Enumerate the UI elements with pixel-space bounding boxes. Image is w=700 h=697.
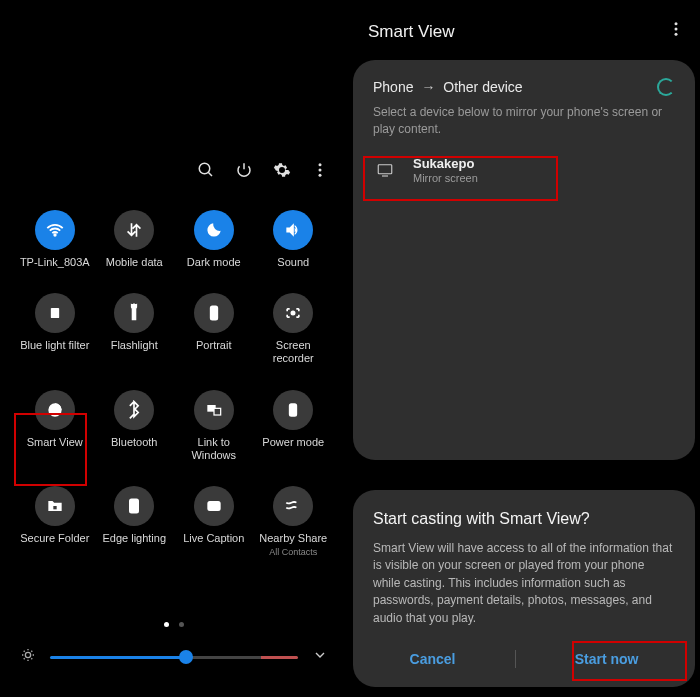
tile-label: Portrait xyxy=(196,339,231,352)
tile-label: Bluetooth xyxy=(111,436,157,449)
tile-label: Edge lighting xyxy=(102,532,166,545)
chevron-down-icon[interactable] xyxy=(312,647,328,667)
tile-portrait[interactable]: Portrait xyxy=(174,293,254,365)
svg-point-15 xyxy=(25,652,30,657)
highlight-start-now xyxy=(572,641,687,681)
smart-view-header: Smart View xyxy=(368,20,685,43)
source-label: Phone xyxy=(373,79,413,95)
svg-rect-5 xyxy=(51,308,59,318)
brightness-slider-row xyxy=(0,647,348,667)
page-dot-1[interactable] xyxy=(164,622,169,627)
tile-dark-mode[interactable]: Dark mode xyxy=(174,210,254,269)
loading-icon xyxy=(657,78,675,96)
svg-point-18 xyxy=(675,33,678,36)
overflow-icon[interactable] xyxy=(667,20,685,43)
tile-label: Blue light filter xyxy=(20,339,89,352)
smart-view-card: Phone → Other device Select a device bel… xyxy=(353,60,695,460)
svg-line-1 xyxy=(208,172,212,176)
brightness-icon xyxy=(20,647,36,667)
svg-point-2 xyxy=(319,163,322,166)
tile-sound[interactable]: Sound xyxy=(254,210,334,269)
tile-label: Sound xyxy=(277,256,309,269)
target-label: Other device xyxy=(443,79,522,95)
quick-settings-toolbar xyxy=(196,160,330,180)
tile-label: Mobile data xyxy=(106,256,163,269)
brightness-slider[interactable] xyxy=(50,656,298,659)
quick-settings-grid: TP-Link_803A Mobile data Dark mode Sound… xyxy=(15,210,333,558)
smart-view-panel: Smart View Phone → Other device Select a… xyxy=(348,0,700,697)
tile-label: Dark mode xyxy=(187,256,241,269)
svg-rect-10 xyxy=(214,408,221,415)
quick-settings-panel: TP-Link_803A Mobile data Dark mode Sound… xyxy=(0,0,348,697)
tile-label: Secure Folder xyxy=(20,532,89,545)
divider xyxy=(515,650,516,668)
tile-mobile-data[interactable]: Mobile data xyxy=(95,210,175,269)
svg-rect-14 xyxy=(208,502,220,510)
highlight-device xyxy=(363,156,558,201)
power-icon[interactable] xyxy=(234,160,254,180)
tile-link-windows[interactable]: Link to Windows xyxy=(174,390,254,462)
tile-live-caption[interactable]: Live Caption xyxy=(174,486,254,558)
svg-rect-12 xyxy=(53,506,56,509)
tile-label: Nearby ShareAll Contacts xyxy=(259,532,327,558)
page-dot-2[interactable] xyxy=(179,622,184,627)
tile-wifi[interactable]: TP-Link_803A xyxy=(15,210,95,269)
tile-power-mode[interactable]: Power mode xyxy=(254,390,334,462)
smart-view-subtitle: Select a device below to mirror your pho… xyxy=(373,104,675,138)
settings-icon[interactable] xyxy=(272,160,292,180)
cast-direction-row: Phone → Other device xyxy=(373,78,675,96)
dialog-body: Smart View will have access to all of th… xyxy=(373,540,675,627)
tile-flashlight[interactable]: Flashlight xyxy=(95,293,175,365)
svg-rect-13 xyxy=(130,499,138,512)
svg-point-0 xyxy=(199,163,210,174)
pagination-dots xyxy=(164,622,184,627)
svg-point-4 xyxy=(319,174,322,177)
search-icon[interactable] xyxy=(196,160,216,180)
overflow-icon[interactable] xyxy=(310,160,330,180)
svg-point-3 xyxy=(319,169,322,172)
tile-nearby-share[interactable]: Nearby ShareAll Contacts xyxy=(254,486,334,558)
tile-blue-light[interactable]: Blue light filter xyxy=(15,293,95,365)
svg-point-17 xyxy=(675,28,678,31)
cancel-button[interactable]: Cancel xyxy=(396,647,470,671)
cast-confirm-dialog: Start casting with Smart View? Smart Vie… xyxy=(353,490,695,687)
dialog-title: Start casting with Smart View? xyxy=(373,510,675,528)
tile-edge-lighting[interactable]: Edge lighting xyxy=(95,486,175,558)
tile-label: Link to Windows xyxy=(178,436,250,462)
tile-label: Live Caption xyxy=(183,532,244,545)
tile-label: Screen recorder xyxy=(257,339,329,365)
tile-label: TP-Link_803A xyxy=(20,256,90,269)
smart-view-title: Smart View xyxy=(368,22,455,42)
highlight-smart-view xyxy=(14,413,87,486)
arrow-right-icon: → xyxy=(421,79,435,95)
tile-secure-folder[interactable]: Secure Folder xyxy=(15,486,95,558)
tile-label: Power mode xyxy=(262,436,324,449)
tile-bluetooth[interactable]: Bluetooth xyxy=(95,390,175,462)
tile-label: Flashlight xyxy=(111,339,158,352)
tile-screen-recorder[interactable]: Screen recorder xyxy=(254,293,334,365)
svg-point-7 xyxy=(292,312,295,315)
svg-point-16 xyxy=(675,22,678,25)
